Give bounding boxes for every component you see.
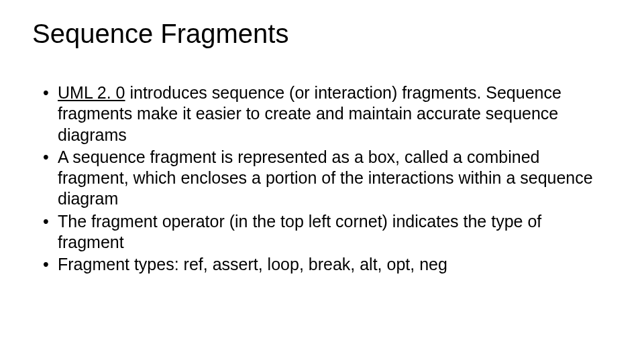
slide-title: Sequence Fragments <box>32 19 612 49</box>
bullet-text: A sequence fragment is represented as a … <box>58 147 593 208</box>
bullet-item: Fragment types: ref, assert, loop, break… <box>43 254 612 275</box>
bullet-text: The fragment operator (in the top left c… <box>58 212 541 251</box>
bullet-item: The fragment operator (in the top left c… <box>43 211 612 253</box>
bullet-item: A sequence fragment is represented as a … <box>43 147 612 210</box>
bullet-list: UML 2. 0 introduces sequence (or interac… <box>32 82 612 275</box>
slide: Sequence Fragments UML 2. 0 introduces s… <box>0 0 644 362</box>
uml-link[interactable]: UML 2. 0 <box>58 83 125 102</box>
bullet-text: Fragment types: ref, assert, loop, break… <box>58 255 447 274</box>
slide-body: UML 2. 0 introduces sequence (or interac… <box>32 82 612 275</box>
bullet-item: UML 2. 0 introduces sequence (or interac… <box>43 82 612 145</box>
bullet-text: introduces sequence (or interaction) fra… <box>58 83 561 144</box>
